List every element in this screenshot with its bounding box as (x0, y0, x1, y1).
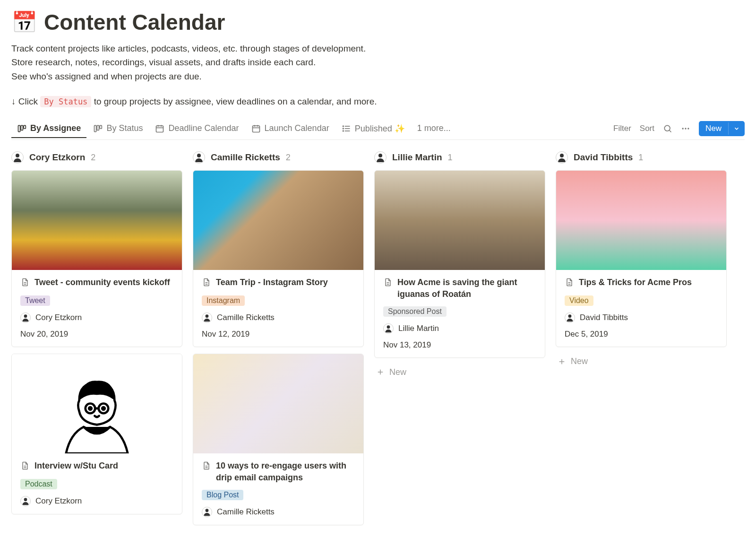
svg-rect-0 (18, 125, 20, 131)
tab-launch-calendar[interactable]: Launch Calendar (246, 120, 335, 138)
board-card[interactable]: 10 ways to re-engage users with drip ema… (193, 354, 364, 525)
card-body: Interview w/Stu Card Podcast Cory Etzkor… (12, 453, 182, 514)
page-description: Track content projects like articles, po… (11, 42, 745, 83)
svg-rect-10 (252, 126, 259, 132)
description-line: Store research, notes, recordings, visua… (11, 55, 745, 69)
card-tag: Sponsored Post (383, 306, 447, 317)
svg-point-20 (664, 125, 670, 131)
view-toolbar: By Assignee By Status Deadline Calendar … (11, 117, 745, 140)
page-icon (20, 461, 30, 472)
board-card[interactable]: Interview w/Stu Card Podcast Cory Etzkor… (11, 354, 182, 514)
svg-rect-3 (94, 125, 96, 131)
board-card[interactable]: Team Trip - Instagram Story Instagram Ca… (193, 170, 364, 347)
column-header[interactable]: David Tibbitts 1 (556, 151, 727, 164)
svg-point-23 (685, 128, 686, 129)
tab-label: Deadline Calendar (168, 123, 239, 133)
hint-suffix: to group projects by assignee, view dead… (91, 96, 377, 106)
add-card-button[interactable]: New (374, 365, 545, 380)
svg-point-25 (16, 154, 19, 157)
svg-point-47 (387, 325, 390, 329)
assignee-name: Cory Etzkorn (35, 496, 82, 506)
column-name: Cory Etzkorn (29, 152, 85, 163)
more-tabs[interactable]: 1 more... (412, 120, 456, 137)
search-icon[interactable] (663, 124, 672, 133)
tab-label: By Status (106, 123, 143, 133)
column-count: 2 (91, 153, 95, 163)
column-header[interactable]: Lillie Martin 1 (374, 151, 545, 164)
card-assignee: Cory Etzkorn (20, 496, 173, 506)
board-column: Camille Ricketts 2 Team Trip - Instagram… (193, 151, 364, 532)
new-button-dropdown[interactable] (728, 122, 745, 135)
card-title: 10 ways to re-engage users with drip ema… (216, 460, 355, 483)
new-button-label[interactable]: New (699, 121, 728, 136)
hint-code: By Status (40, 96, 91, 107)
card-title: Interview w/Stu Card (34, 460, 118, 471)
svg-rect-4 (97, 125, 99, 130)
card-title: Tips & Tricks for Acme Pros (579, 277, 692, 288)
tab-published[interactable]: Published ✨ (336, 120, 411, 139)
page-title: Content Calendar (44, 9, 225, 35)
board-icon (17, 124, 26, 133)
column-header[interactable]: Camille Ricketts 2 (193, 151, 364, 164)
calendar-view-icon (155, 124, 164, 133)
avatar (202, 507, 212, 517)
column-count: 1 (448, 153, 453, 163)
card-cover-image (193, 171, 363, 270)
card-tag: Instagram (202, 295, 245, 306)
board-column: Lillie Martin 1 How Acme is saving the g… (374, 151, 545, 380)
add-card-label: New (389, 367, 406, 377)
page-icon (565, 278, 574, 289)
page-icon (20, 278, 30, 289)
svg-rect-2 (24, 125, 26, 129)
tab-label: By Assignee (30, 123, 81, 133)
svg-point-37 (197, 154, 201, 157)
tab-deadline-calendar[interactable]: Deadline Calendar (149, 120, 244, 138)
card-tag: Video (565, 295, 593, 306)
svg-point-32 (89, 407, 92, 410)
hint-line: ↓ Click By Status to group projects by a… (11, 96, 745, 107)
avatar (11, 151, 24, 164)
board-card[interactable]: Tweet - community events kickoff Tweet C… (11, 170, 182, 347)
card-body: Tweet - community events kickoff Tweet C… (12, 270, 182, 347)
board-column: Cory Etzkorn 2 Tweet - community events … (11, 151, 182, 521)
page-icon (202, 461, 211, 472)
column-count: 2 (286, 153, 291, 163)
avatar (202, 313, 212, 323)
page-header: 📅 Content Calendar Track content project… (11, 9, 745, 107)
card-title: Tweet - community events kickoff (34, 277, 170, 288)
more-options-icon[interactable] (681, 124, 690, 133)
svg-point-19 (343, 130, 344, 131)
svg-point-33 (102, 407, 105, 410)
calendar-view-icon (251, 124, 261, 133)
card-body: Tips & Tricks for Acme Pros Video David … (556, 270, 726, 347)
card-assignee: Lillie Martin (383, 323, 536, 334)
add-card-label: New (571, 356, 588, 366)
card-date: Nov 20, 2019 (20, 330, 173, 339)
column-header[interactable]: Cory Etzkorn 2 (11, 151, 182, 164)
card-cover-image (556, 171, 726, 270)
card-title: Team Trip - Instagram Story (216, 277, 328, 288)
plus-icon (376, 368, 385, 376)
title-row: 📅 Content Calendar (11, 9, 745, 35)
tab-by-status[interactable]: By Status (87, 120, 148, 138)
card-cover-image (375, 171, 545, 270)
tab-by-assignee[interactable]: By Assignee (11, 120, 86, 138)
tab-label: Published ✨ (355, 123, 405, 134)
svg-point-18 (343, 128, 344, 129)
card-assignee: Cory Etzkorn (20, 313, 173, 323)
svg-line-21 (670, 130, 671, 132)
assignee-name: Camille Ricketts (217, 507, 275, 517)
card-body: 10 ways to re-engage users with drip ema… (193, 453, 363, 525)
column-name: David Tibbitts (574, 152, 633, 163)
board-card[interactable]: How Acme is saving the giant iguanas of … (374, 170, 545, 358)
svg-point-17 (343, 126, 344, 127)
toolbar-right: Filter Sort New (613, 121, 745, 136)
svg-point-36 (24, 498, 27, 502)
svg-point-44 (378, 154, 382, 157)
filter-button[interactable]: Filter (613, 124, 631, 133)
board-column: David Tibbitts 1 Tips & Tricks for Acme … (556, 151, 727, 369)
card-body: Team Trip - Instagram Story Instagram Ca… (193, 270, 363, 347)
add-card-button[interactable]: New (556, 354, 727, 369)
sort-button[interactable]: Sort (640, 124, 654, 133)
board-card[interactable]: Tips & Tricks for Acme Pros Video David … (556, 170, 727, 347)
